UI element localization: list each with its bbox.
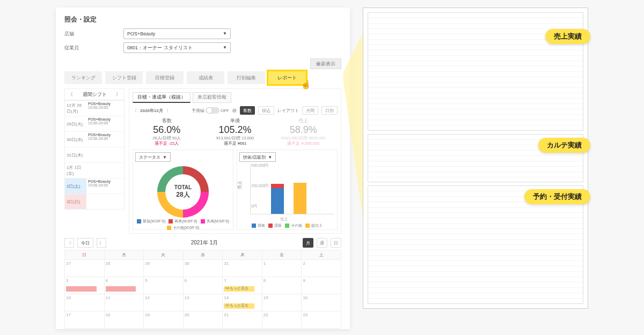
panel-tab-visitor[interactable]: 来店顧客情報 [193, 92, 231, 103]
main-tabs: ランキング シフト登録 目標登録 成績表 打刻編集 レポート ☝ [64, 71, 341, 84]
status-select[interactable]: ステータス ▼ [135, 152, 171, 162]
tag-karte: カルテ実績 [538, 138, 590, 153]
shift-row[interactable]: 31日(木) [65, 147, 124, 162]
shift-row[interactable]: 29日(火)POS+Beauty10:00-20:00 [65, 116, 124, 131]
layout-month[interactable]: 月間 [302, 106, 318, 115]
view-day[interactable]: 日 [331, 238, 341, 248]
tab-shift[interactable]: シフト登録 [105, 71, 143, 84]
layout-day[interactable]: 日別 [321, 106, 338, 115]
metric: 売上58.9%¥383,080/目標 ¥650,000過不足 ¥-266,920 [269, 118, 338, 146]
hand-cursor-icon: ☝ [301, 79, 311, 90]
filters: 店舗 POS+Beauty ▼ 従業員 0801：オーナー スタイリスト ▼ [64, 28, 341, 53]
main-card: 照会・設定 店舗 POS+Beauty ▼ 従業員 0801：オーナー スタイリ… [56, 8, 350, 329]
metric: 客数56.0%28人/目標 50人過不足 -22人 [133, 118, 201, 146]
report-reservation: 予約・受付実績 [368, 185, 583, 304]
bar-total [294, 183, 306, 214]
report-karte: カルテ実績 [368, 134, 583, 182]
panel-tab-target[interactable]: 目標・達成率（税抜） [133, 92, 191, 103]
shift-row[interactable]: 1月 1日(金) [65, 162, 124, 178]
page-title: 照会・設定 [64, 15, 341, 24]
tab-report[interactable]: レポート ☝ [268, 71, 306, 84]
shift-row[interactable]: 30日(水)POS+Beauty10:00-20:00 [65, 131, 124, 147]
store-select[interactable]: POS+Beauty ▼ [123, 28, 231, 39]
tab-target[interactable]: 目標登録 [146, 71, 184, 84]
refresh-button[interactable]: 最新表示 [310, 58, 341, 69]
tax-in-chip[interactable]: 税込 [258, 106, 274, 115]
calendar-title: 2021年 1月 [109, 239, 299, 247]
bar-type-select[interactable]: 技術/店販別 ▼ [239, 152, 276, 162]
tab-timeclock[interactable]: 打刻編集 [228, 71, 265, 84]
toggle-switch-icon [206, 107, 219, 114]
shift-list: 12月 28日(月)POS+Beauty10:00-20:0029日(火)POS… [64, 100, 125, 210]
y-axis-label: 売上 [237, 181, 243, 189]
forecast-toggle[interactable]: 予測値 OFF [192, 107, 229, 114]
tab-ranking[interactable]: ランキング [64, 71, 102, 84]
cal-prev-button[interactable]: 〈 [64, 238, 74, 248]
shift-row[interactable]: 3日(日) [65, 193, 124, 209]
chevron-down-icon: ▼ [223, 43, 227, 53]
tag-reservation: 予約・受付実績 [524, 189, 590, 204]
shift-row[interactable]: 2日(土)POS+Beauty10:00-20:00 [65, 178, 124, 193]
week-shift-sidebar: 〈 週間シフト 〉 12月 28日(月)POS+Beauty10:00-20:0… [64, 88, 125, 234]
sidebar-title: 週間シフト [83, 91, 107, 98]
reports-preview-panel: 売上実績 カルテ実績 予約・受付実績 [363, 8, 588, 309]
chevron-down-icon: ▼ [268, 155, 272, 160]
chevron-down-icon: ▼ [223, 29, 227, 39]
store-label: 店舗 [64, 31, 123, 38]
panel-month: 2020年12月 [140, 108, 163, 114]
staff-select[interactable]: 0801：オーナー スタイリスト ▼ [123, 42, 231, 53]
cal-next-button[interactable]: 〉 [97, 238, 106, 248]
chevron-down-icon: ▼ [163, 155, 167, 160]
prev-week-button[interactable]: 〈 [68, 91, 73, 98]
tab-results[interactable]: 成績表 [187, 71, 224, 84]
kpi-panel: 目標・達成率（税抜） 来店顧客情報 〈 2020年12月 〉 予測値 OFF 税… [129, 88, 341, 234]
bar-stack [271, 184, 284, 214]
cal-today-button[interactable]: 今日 [77, 238, 93, 248]
bar-chart: 技術/店販別 ▼ 売上 500,000円 250,000円 0円 [237, 150, 338, 230]
view-week[interactable]: 週 [317, 238, 327, 248]
shift-row[interactable]: 12月 28日(月)POS+Beauty10:00-20:00 [65, 101, 124, 116]
view-month[interactable]: 月 [303, 238, 313, 248]
next-month-button[interactable]: 〉 [166, 108, 171, 114]
report-sales: 売上実績 [368, 12, 583, 131]
staff-label: 従業員 [64, 44, 123, 51]
donut-chart: ステータス ▼ TOTAL 28人 新規(M:0/F:0)再来(M:0/F:0)… [133, 150, 233, 230]
calendar: 〈 今日 〉 2021年 1月 月 週 日 日月火水木金土27282930311… [64, 238, 341, 329]
metrics: 客数56.0%28人/目標 50人過不足 -22人単価105.2%¥13,681… [133, 118, 338, 146]
tag-sales: 売上実績 [545, 29, 590, 44]
metric: 単価105.2%¥13,681/目標 13,000過不足 ¥681 [201, 118, 269, 146]
next-week-button[interactable]: 〉 [116, 91, 121, 98]
calendar-grid[interactable]: 日月火水木金土27282930311234567+4 もっと見る89101112… [64, 250, 341, 329]
tax-ex-chip[interactable]: 客数 [240, 106, 255, 115]
prev-month-button[interactable]: 〈 [133, 108, 137, 114]
